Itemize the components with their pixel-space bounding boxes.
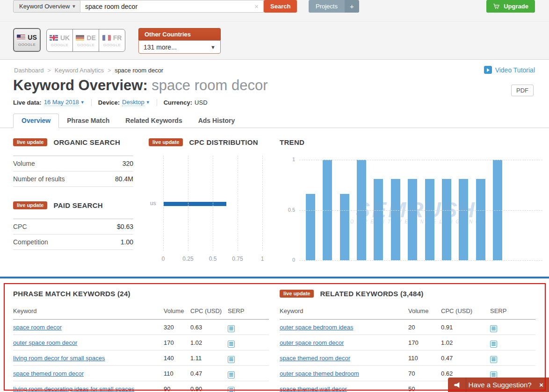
add-project-button[interactable]: + — [345, 0, 359, 13]
cpc-category-label: us — [150, 200, 156, 207]
keyword-link[interactable]: space themed room decor — [13, 370, 164, 377]
device-selector[interactable]: Desktop — [122, 99, 144, 106]
cpc-value: 0.91 — [441, 324, 490, 331]
tab-related-keywords[interactable]: Related Keywords — [117, 114, 190, 128]
cpc-distribution-panel: live update CPC DISTRIBUTION us 00.250.5… — [149, 137, 274, 251]
serp-icon[interactable] — [228, 353, 269, 363]
keyword-link[interactable]: outer space room decor — [280, 339, 408, 346]
keyword-row: space themed room decor1100.47 — [13, 366, 269, 381]
serp-icon[interactable] — [228, 368, 269, 378]
pdf-button[interactable]: PDF — [511, 85, 534, 96]
upgrade-label: Upgrade — [504, 3, 528, 10]
currency-label: Currency: — [164, 99, 192, 106]
table-header: Keyword Volume CPC (USD) SERP — [280, 302, 535, 320]
chevron-down-icon: ▼ — [72, 4, 76, 9]
trend-bar — [306, 194, 315, 260]
live-update-badge: live update — [13, 201, 47, 209]
serp-icon[interactable] — [490, 322, 535, 332]
phrase-match-table: PHRASE MATCH KEYWORDS (24) Keyword Volum… — [13, 282, 269, 392]
trend-chart: SEMRUSH COMPETITIVE INTELLIGENCE 00.51 — [280, 160, 542, 260]
serp-icon[interactable] — [490, 368, 535, 378]
suggestion-label[interactable]: Have a Suggestion? — [466, 381, 534, 389]
title-prefix: Keyword Overview: — [13, 77, 152, 93]
keyword-row: space room decor3200.63 — [13, 320, 269, 335]
organic-metrics-table: Volume320Number of results80.4M — [13, 156, 133, 187]
search-engine-label: GOOGLE — [77, 43, 95, 47]
breadcrumb-dashboard[interactable]: Dashboard — [14, 67, 44, 74]
chevron-down-icon: ▼ — [146, 100, 150, 105]
trend-plot: SEMRUSH COMPETITIVE INTELLIGENCE 00.51 — [299, 160, 542, 260]
volume-value: 20 — [408, 324, 441, 331]
close-icon[interactable]: × — [534, 381, 549, 389]
tab-overview[interactable]: Overview — [13, 114, 59, 128]
live-data-label: Live data: — [13, 99, 42, 106]
volume-value: 320 — [164, 324, 190, 331]
megaphone-icon — [448, 378, 466, 392]
volume-value: 110 — [408, 355, 441, 362]
cpc-distribution-title: CPC DISTRIBUTION — [189, 138, 258, 146]
cpc-value: 1.02 — [441, 339, 490, 346]
keyword-link[interactable]: outer space room decor — [13, 339, 164, 346]
country-code: UK — [60, 34, 70, 42]
volume-value: 50 — [408, 385, 441, 392]
serp-icon[interactable] — [228, 337, 269, 347]
fr-flag-icon — [102, 35, 111, 41]
page-title: Keyword Overview: space room decor — [13, 77, 267, 94]
cpc-plot: us 00.250.50.751 — [163, 156, 262, 251]
keyword-link[interactable]: space themed wall decor — [280, 385, 408, 392]
live-data-selector[interactable]: 16 May 2018 — [44, 99, 79, 106]
serp-icon[interactable] — [490, 337, 535, 347]
volume-value: 140 — [164, 355, 190, 362]
volume-value: 110 — [164, 370, 190, 377]
keyword-row: living room decor for small spaces1401.1… — [13, 350, 269, 366]
breadcrumb-keyword-analytics[interactable]: Keyword Analytics — [55, 67, 104, 74]
divider — [157, 99, 157, 106]
metric-row: Volume320 — [13, 156, 133, 171]
country-us-button[interactable]: US GOOGLE — [13, 28, 41, 52]
keyword-link[interactable]: space room decor — [13, 324, 164, 331]
table-header: Keyword Volume CPC (USD) SERP — [13, 302, 269, 320]
country-uk-button[interactable]: UK GOOGLE — [47, 29, 72, 51]
country-fr-button[interactable]: FR GOOGLE — [99, 29, 125, 51]
keyword-link[interactable]: living room decor for small spaces — [13, 355, 164, 362]
keyword-row: space themed room decor1100.47 — [280, 350, 535, 366]
tab-phrase-match[interactable]: Phrase Match — [59, 114, 117, 128]
paid-search-title: PAID SEARCH — [53, 201, 103, 209]
serp-icon[interactable] — [490, 353, 535, 363]
de-flag-icon — [76, 35, 84, 41]
keyword-link[interactable]: outer space bedroom ideas — [280, 324, 408, 331]
country-de-button[interactable]: DE GOOGLE — [72, 29, 99, 51]
keyword-row: outer space room decor1701.02 — [280, 335, 535, 350]
search-input[interactable] — [80, 3, 250, 10]
col-volume: Volume — [408, 307, 441, 314]
live-update-badge: live update — [13, 138, 47, 146]
currency-value: USD — [195, 99, 207, 106]
trend-bar — [374, 179, 383, 260]
upgrade-button[interactable]: Upgrade — [486, 0, 535, 13]
cpc-value: 1.02 — [190, 339, 228, 346]
play-icon — [484, 66, 492, 74]
keyword-link[interactable]: living room decorating ideas for small s… — [13, 385, 164, 392]
organic-search-title: ORGANIC SEARCH — [53, 138, 120, 146]
tab-ads-history[interactable]: Ads History — [190, 114, 243, 128]
top-area: Keyword Overview ▼ × Search Projects + U… — [0, 0, 549, 60]
clear-search-icon[interactable]: × — [250, 2, 263, 10]
search-type-dropdown[interactable]: Keyword Overview ▼ — [13, 0, 80, 13]
serp-icon[interactable] — [228, 322, 269, 332]
device-label: Device: — [98, 99, 120, 106]
keyword-link[interactable]: outer space themed bedroom — [280, 370, 408, 377]
col-cpc: CPC (USD) — [190, 307, 228, 314]
phrase-match-title: PHRASE MATCH KEYWORDS (24) — [13, 290, 130, 298]
search-button[interactable]: Search — [264, 0, 297, 13]
cpc-value: 1.11 — [190, 355, 228, 362]
keyword-link[interactable]: space themed room decor — [280, 355, 408, 362]
more-countries-dropdown[interactable]: 131 more... ▼ — [138, 40, 221, 54]
projects-button[interactable]: Projects — [309, 0, 345, 13]
video-tutorial-link[interactable]: Video Tutorial — [484, 66, 535, 74]
breadcrumb-separator: > — [48, 67, 51, 74]
title-keyword: space room decor — [152, 77, 267, 93]
search-engine-label: GOOGLE — [51, 43, 69, 47]
serp-icon[interactable] — [228, 384, 269, 392]
cpc-value: 0.47 — [190, 370, 228, 377]
metric-row: Number of results80.4M — [13, 171, 133, 187]
